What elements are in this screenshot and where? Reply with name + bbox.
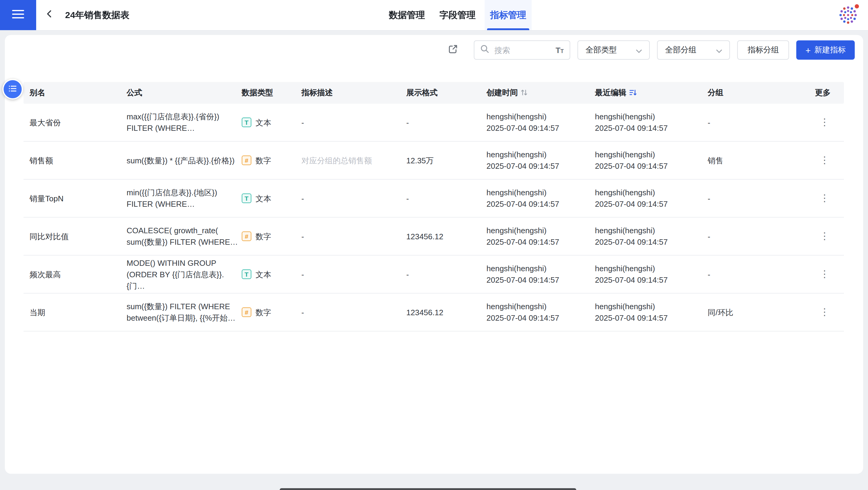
match-case-icon[interactable]: TT (556, 46, 564, 54)
cell-group: - (708, 231, 798, 242)
top-bar: 24年销售数据表 数据管理 字段管理 指标管理 (0, 0, 868, 31)
table-header-row: 别名 公式 数据类型 指标描述 展示格式 创建时间 最近编辑 分组 (24, 82, 844, 104)
number-type-icon: # (242, 232, 251, 241)
cell-more: ⋮ (798, 232, 844, 241)
sort-icon (521, 88, 527, 97)
tab-metric-management[interactable]: 指标管理 (485, 0, 532, 30)
row-more-button[interactable]: ⋮ (820, 269, 830, 279)
create-metric-button[interactable]: + 新建指标 (796, 40, 855, 60)
content-card: TT 全部类型 全部分组 指标分组 + 新建指标 (5, 35, 863, 474)
open-in-view-button[interactable] (444, 41, 462, 59)
sort-descending-icon (629, 88, 637, 97)
col-header-alias: 别名 (24, 87, 127, 98)
cell-formula: sum({数量}) FILTER (WHEREbetween({订单日期}, {… (127, 301, 242, 324)
cell-alias: 同比对比值 (24, 231, 127, 242)
cell-description: 对应分组的总销售额 (301, 155, 406, 166)
search-box: TT (474, 40, 570, 60)
back-button[interactable] (44, 0, 54, 30)
cell-edited: hengshi(hengshi)2025-07-04 09:14:57 (595, 111, 708, 134)
chevron-left-icon (44, 9, 54, 21)
cell-formula: sum({数量}) * {{产品表}}.{价格}) (127, 155, 242, 166)
cell-alias: 当期 (24, 306, 127, 318)
top-nav-tabs: 数据管理 字段管理 指标管理 (383, 0, 532, 30)
cell-alias: 销售额 (24, 155, 127, 166)
cell-edited: hengshi(hengshi)2025-07-04 09:14:57 (595, 301, 708, 324)
cell-group: - (708, 192, 798, 204)
cell-formula: COALESCE( growth_rate(sum({数量}) FILTER (… (127, 225, 242, 248)
table-row[interactable]: 最大省份 max({{门店信息表}}.{省份})FILTER (WHERE… T… (24, 104, 844, 142)
cell-formula: MODE() WITHIN GROUP(ORDER BY {{门店信息表}}.{… (127, 257, 242, 292)
chevron-down-icon (716, 45, 722, 55)
cell-edited: hengshi(hengshi)2025-07-04 09:14:57 (595, 263, 708, 286)
plus-icon: + (805, 45, 811, 55)
cell-description: - (301, 117, 406, 128)
row-more-button[interactable]: ⋮ (820, 193, 830, 203)
tab-data-management[interactable]: 数据管理 (383, 0, 430, 30)
cell-datatype: # 数字 (242, 231, 301, 242)
cell-created: hengshi(hengshi)2025-07-04 09:14:57 (487, 149, 595, 172)
type-filter-dropdown[interactable]: 全部类型 (578, 40, 650, 60)
cell-group: 销售 (708, 155, 798, 166)
group-filter-value: 全部分组 (665, 44, 696, 56)
cell-created: hengshi(hengshi)2025-07-04 09:14:57 (487, 263, 595, 286)
group-filter-dropdown[interactable]: 全部分组 (657, 40, 730, 60)
external-link-icon (447, 43, 458, 57)
cell-format: 12.35万 (406, 155, 487, 166)
dock-edge (280, 488, 576, 490)
cell-more: ⋮ (798, 118, 844, 127)
metric-group-button[interactable]: 指标分组 (737, 40, 789, 60)
app-window: 24年销售数据表 数据管理 字段管理 指标管理 (0, 0, 868, 490)
table-row[interactable]: 同比对比值 COALESCE( growth_rate(sum({数量}) FI… (24, 218, 844, 255)
cell-description: - (301, 269, 406, 280)
metrics-table: 别名 公式 数据类型 指标描述 展示格式 创建时间 最近编辑 分组 (24, 82, 844, 332)
cell-datatype: T 文本 (242, 192, 301, 204)
hamburger-menu-button[interactable] (0, 0, 36, 30)
col-header-created[interactable]: 创建时间 (487, 87, 595, 98)
cell-edited: hengshi(hengshi)2025-07-04 09:14:57 (595, 225, 708, 248)
table-row[interactable]: 销量TopN min({{门店信息表}}.{地区})FILTER (WHERE…… (24, 180, 844, 218)
cell-more: ⋮ (798, 269, 844, 279)
side-panel-toggle-button[interactable] (2, 79, 23, 99)
text-type-icon: T (242, 118, 251, 127)
table-toolbar: TT 全部类型 全部分组 指标分组 + 新建指标 (444, 40, 855, 60)
app-logo[interactable] (838, 5, 858, 25)
notification-dot (854, 4, 860, 9)
cell-datatype: T 文本 (242, 117, 301, 128)
cell-format: 123456.12 (406, 231, 487, 242)
col-header-edited[interactable]: 最近编辑 (595, 87, 708, 98)
list-icon (8, 84, 17, 95)
col-header-description: 指标描述 (301, 87, 406, 98)
table-row[interactable]: 销售额 sum({数量}) * {{产品表}}.{价格}) # 数字 对应分组的… (24, 142, 844, 180)
cell-created: hengshi(hengshi)2025-07-04 09:14:57 (487, 225, 595, 248)
cell-created: hengshi(hengshi)2025-07-04 09:14:57 (487, 187, 595, 210)
chevron-down-icon (636, 45, 642, 55)
row-more-button[interactable]: ⋮ (820, 307, 830, 317)
col-header-format: 展示格式 (406, 87, 487, 98)
cell-alias: 最大省份 (24, 117, 127, 128)
tab-field-management[interactable]: 字段管理 (434, 0, 481, 30)
text-type-icon: T (242, 269, 251, 279)
number-type-icon: # (242, 307, 251, 317)
table-row[interactable]: 频次最高 MODE() WITHIN GROUP(ORDER BY {{门店信息… (24, 255, 844, 294)
cell-alias: 销量TopN (24, 192, 127, 204)
col-header-group: 分组 (708, 87, 798, 98)
cell-more: ⋮ (798, 155, 844, 165)
cell-format: - (406, 269, 487, 280)
cell-format: - (406, 192, 487, 204)
cell-group: - (708, 117, 798, 128)
cell-more: ⋮ (798, 193, 844, 203)
table-row[interactable]: 当期 sum({数量}) FILTER (WHEREbetween({订单日期}… (24, 294, 844, 332)
cell-edited: hengshi(hengshi)2025-07-04 09:14:57 (595, 149, 708, 172)
row-more-button[interactable]: ⋮ (820, 155, 830, 165)
row-more-button[interactable]: ⋮ (820, 118, 830, 127)
cell-formula: min({{门店信息表}}.{地区})FILTER (WHERE… (127, 187, 242, 210)
col-header-formula: 公式 (127, 87, 242, 98)
number-type-icon: # (242, 155, 251, 165)
cell-created: hengshi(hengshi)2025-07-04 09:14:57 (487, 111, 595, 134)
search-icon (480, 44, 489, 56)
col-header-datatype: 数据类型 (242, 87, 301, 98)
row-more-button[interactable]: ⋮ (820, 232, 830, 241)
search-input[interactable] (493, 45, 551, 55)
cell-alias: 频次最高 (24, 269, 127, 280)
cell-format: 123456.12 (406, 306, 487, 318)
